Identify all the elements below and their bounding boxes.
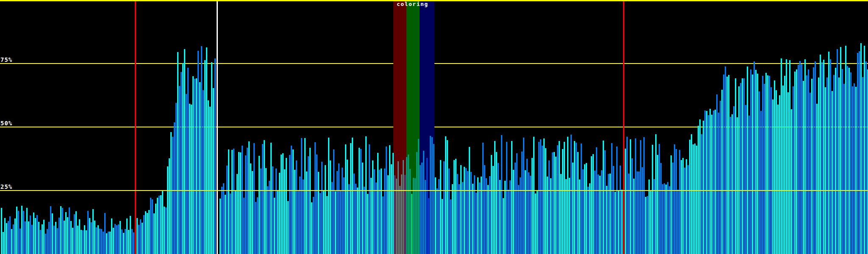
- coloring-label: coloring: [397, 1, 428, 7]
- text-layer: coloring 75%50%25%: [0, 0, 868, 254]
- axis-label-25: 25%: [0, 184, 12, 190]
- axis-label-50: 50%: [0, 120, 12, 126]
- level-graph: coloring 75%50%25%: [0, 0, 868, 254]
- axis-label-75: 75%: [0, 57, 12, 63]
